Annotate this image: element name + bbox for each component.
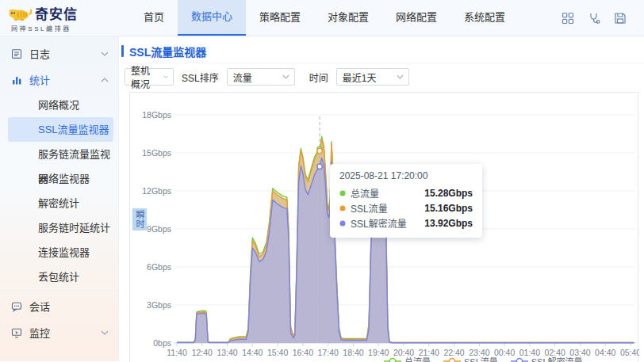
legend-marker-icon	[443, 357, 461, 362]
sidebar-item-connection-monitor[interactable]: 连接监视器	[8, 240, 113, 265]
x-tick-label: 15:40	[267, 348, 288, 357]
page-header: SSL流量监视器	[121, 36, 644, 63]
nav-item-object-config[interactable]: 对象配置	[314, 0, 382, 36]
sidebar-item-label: 会话	[29, 299, 50, 314]
sidebar-item-network-overview[interactable]: 网络概况	[8, 93, 113, 117]
chart-panel: 瞬时 0bps3Gbps6Gbps9Gbps12Gbps15Gbps18Gbps…	[129, 92, 638, 362]
top-navbar: 奇安信 网神SSL编排器 首页 数据中心 策略配置 对象配置 网络配置 系统配置	[0, 0, 644, 36]
tiger-logo-icon	[8, 6, 32, 21]
sort-select-value: 流量	[233, 70, 252, 84]
title-accent-bar	[121, 45, 124, 57]
time-select[interactable]: 最近1天	[336, 68, 409, 86]
sidebar-item-service-chain-traffic-monitor[interactable]: 服务链流量监视器	[8, 142, 113, 166]
sidebar-item-label: 日志	[29, 46, 50, 61]
chevron-down-icon	[101, 51, 109, 56]
time-select-value: 最近1天	[343, 70, 377, 84]
tooltip-row: SSL解密流量 13.92Gbps	[339, 215, 473, 231]
series-dot-icon	[339, 190, 346, 196]
chevron-down-icon	[101, 330, 109, 335]
main-content: SSL流量监视器 整机概况 SSL排序 流量 时间 最近1天	[119, 36, 644, 361]
tooltip-row: 总流量 15.28Gbps	[339, 185, 473, 200]
scope-select-value: 整机概况	[131, 63, 159, 90]
brand-subtitle: 网神SSL编排器	[11, 24, 121, 32]
y-tick-label: 18Gbps	[142, 110, 171, 120]
chevron-down-icon	[397, 74, 404, 79]
chevron-down-icon	[282, 74, 289, 79]
sidebar-item-label: 统计	[29, 72, 50, 87]
series-dot-icon	[339, 220, 346, 227]
chart-tooltip: 2025-08-21 17:20:00 总流量 15.28Gbps SSL流量 …	[330, 164, 482, 238]
legend-marker-icon	[511, 357, 528, 362]
app-window: 奇安信 网神SSL编排器 首页 数据中心 策略配置 对象配置 网络配置 系统配置	[0, 0, 644, 362]
sort-select[interactable]: 流量	[227, 68, 295, 86]
filter-bar: 整机概况 SSL排序 流量 时间 最近1天	[125, 66, 644, 88]
x-tick-label: 12:40	[192, 348, 213, 357]
hover-marker	[317, 164, 322, 169]
nav-item-home[interactable]: 首页	[130, 0, 178, 36]
sidebar-item-sessions[interactable]: 会话	[0, 293, 118, 319]
sidebar-item-statistics[interactable]: 统计	[0, 67, 118, 93]
y-tick-label: 9Gbps	[147, 224, 171, 234]
x-tick-label: 14:40	[242, 348, 263, 357]
x-tick-label: 05:40	[620, 348, 639, 357]
time-label: 时间	[309, 70, 328, 84]
tooltip-row: SSL流量 15.16Gbps	[339, 200, 473, 215]
y-tick-label: 3Gbps	[147, 300, 171, 310]
tooltip-timestamp: 2025-08-21 17:20:00	[339, 170, 473, 181]
brand-name: 奇安信	[35, 3, 78, 23]
chevron-down-icon	[163, 74, 168, 79]
sidebar-item-service-chain-latency[interactable]: 服务链时延统计	[8, 215, 113, 240]
main-nav: 首页 数据中心 策略配置 对象配置 网络配置 系统配置	[130, 0, 519, 36]
sidebar-item-label: 监控	[29, 325, 50, 340]
sidebar-item-network-monitor[interactable]: 网络监视器	[8, 166, 113, 191]
y-tick-label: 15Gbps	[142, 148, 171, 158]
diagnose-icon[interactable]	[588, 12, 600, 25]
nav-item-policy-config[interactable]: 策略配置	[246, 0, 314, 36]
scope-select[interactable]: 整机概况	[125, 68, 174, 86]
x-tick-label: 11:40	[167, 348, 187, 357]
y-tick-label: 0bps	[153, 338, 171, 348]
legend-marker-icon	[384, 357, 401, 362]
stats-icon	[11, 74, 22, 86]
nav-item-system-config[interactable]: 系统配置	[450, 0, 519, 36]
x-tick-label: 18:40	[343, 348, 363, 357]
ssl-sort-label: SSL排序	[182, 70, 219, 84]
apps-icon[interactable]	[562, 12, 574, 25]
nav-item-data-center[interactable]: 数据中心	[178, 0, 246, 36]
log-icon	[11, 48, 22, 59]
chart-legend: 总流量 SSL流量 SSL解密流量	[384, 355, 583, 362]
navbar-actions	[562, 0, 644, 36]
chevron-up-icon	[101, 78, 109, 82]
monitor-icon	[11, 327, 22, 338]
legend-item-ssl-traffic[interactable]: SSL流量	[443, 355, 498, 362]
hover-marker	[317, 148, 322, 153]
sidebar-item-monitoring[interactable]: 监控	[0, 319, 118, 345]
legend-item-total-traffic[interactable]: 总流量	[384, 355, 431, 362]
series-dot-icon	[339, 205, 346, 211]
sidebar-item-packet-loss-stats[interactable]: 丢包统计	[8, 265, 113, 289]
sidebar-item-ssl-traffic-monitor[interactable]: SSL流量监视器	[8, 117, 113, 142]
x-tick-label: 13:40	[217, 348, 237, 357]
x-tick-label: 04:40	[595, 348, 615, 357]
legend-item-ssl-decrypted-traffic[interactable]: SSL解密流量	[511, 355, 583, 362]
sidebar: 日志 统计 网络概况	[0, 36, 119, 361]
page-title: SSL流量监视器	[129, 44, 206, 59]
session-icon	[11, 301, 22, 312]
x-tick-label: 16:40	[293, 348, 313, 357]
y-tick-label: 12Gbps	[142, 186, 171, 196]
nav-item-network-config[interactable]: 网络配置	[382, 0, 450, 36]
sidebar-item-logs[interactable]: 日志	[0, 40, 118, 67]
brand-logo[interactable]: 奇安信 网神SSL编排器	[0, 0, 121, 36]
save-icon[interactable]	[614, 12, 627, 25]
x-tick-label: 17:40	[318, 348, 339, 357]
sidebar-item-decrypt-stats[interactable]: 解密统计	[8, 191, 113, 215]
y-tick-label: 6Gbps	[147, 262, 171, 272]
statistics-submenu: 网络概况 SSL流量监视器 服务链流量监视器 网络监视器 解密统计 服务链时延统…	[0, 93, 118, 292]
